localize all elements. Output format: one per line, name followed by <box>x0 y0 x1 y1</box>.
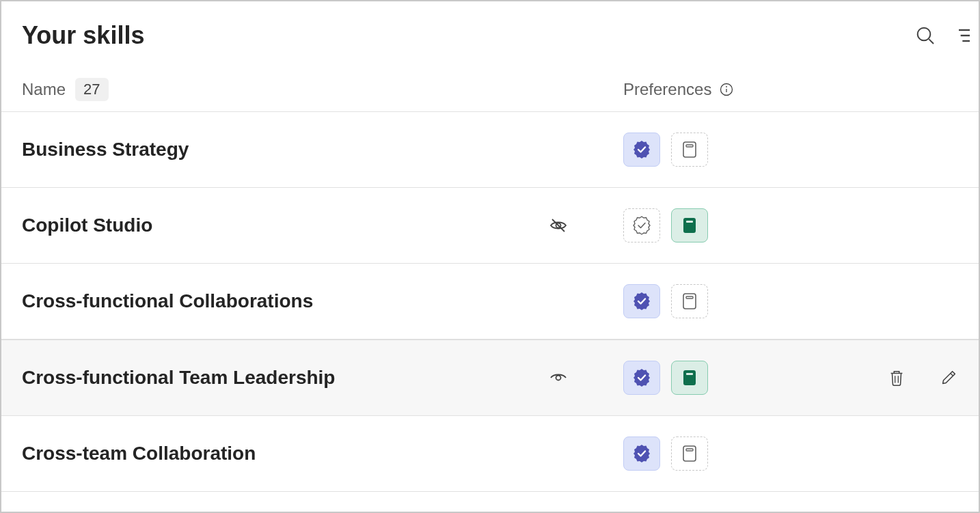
verified-seal-icon <box>631 368 652 388</box>
filter-button[interactable] <box>954 20 975 51</box>
skill-row[interactable]: Cross-functional Collaborations <box>1 264 979 339</box>
learn-preference[interactable] <box>671 208 708 242</box>
skills-list: Business StrategyCopilot StudioCross-fun… <box>1 112 979 492</box>
trash-icon <box>887 368 906 387</box>
header-actions <box>910 20 962 51</box>
eye-visible-icon[interactable] <box>548 368 569 388</box>
column-preferences-header[interactable]: Preferences <box>623 80 733 99</box>
visibility-cell <box>548 215 623 236</box>
skill-name: Cross-team Collaboration <box>22 443 256 464</box>
verified-preference[interactable] <box>623 284 660 318</box>
preferences-cell <box>623 436 708 471</box>
verified-seal-icon <box>631 443 652 464</box>
delete-button[interactable] <box>883 364 910 391</box>
preferences-cell <box>623 208 708 242</box>
skill-name-cell: Cross-functional Team Leadership <box>22 367 548 389</box>
preferences-cell <box>623 361 708 395</box>
skills-count-badge: 27 <box>75 78 108 101</box>
skill-name: Copilot Studio <box>22 214 152 236</box>
learn-preference[interactable] <box>671 436 708 471</box>
pencil-icon <box>939 368 958 387</box>
svg-point-0 <box>918 28 931 41</box>
svg-point-7 <box>726 86 728 87</box>
preferences-cell <box>623 284 708 318</box>
skill-name-cell: Cross-functional Collaborations <box>22 290 548 312</box>
column-name-header[interactable]: Name 27 <box>22 78 623 101</box>
verified-seal-icon <box>631 291 652 311</box>
skill-row[interactable]: Cross-team Collaboration <box>1 416 979 492</box>
column-preferences-label: Preferences <box>623 80 711 99</box>
visibility-cell <box>548 368 623 388</box>
row-actions <box>883 364 962 391</box>
skill-name: Cross-functional Team Leadership <box>22 367 335 388</box>
page-title: Your skills <box>22 21 144 50</box>
info-icon[interactable] <box>720 83 733 96</box>
filter-icon <box>958 25 970 46</box>
skill-name: Business Strategy <box>22 139 189 160</box>
edit-button[interactable] <box>935 364 962 391</box>
verified-seal-icon <box>631 215 652 236</box>
verified-preference[interactable] <box>623 361 660 395</box>
skill-row[interactable]: Business Strategy <box>1 112 979 188</box>
learn-preference[interactable] <box>671 284 708 318</box>
verified-preference[interactable] <box>623 133 660 167</box>
book-icon <box>679 368 700 388</box>
skill-name: Cross-functional Collaborations <box>22 290 313 311</box>
skill-name-cell: Cross-team Collaboration <box>22 443 548 465</box>
skill-row[interactable]: Cross-functional Team Leadership <box>1 339 979 416</box>
learn-preference[interactable] <box>671 361 708 395</box>
search-button[interactable] <box>910 20 940 51</box>
book-icon <box>679 291 700 311</box>
page-header: Your skills <box>1 1 979 57</box>
preferences-cell <box>623 133 708 167</box>
verified-preference[interactable] <box>623 436 660 471</box>
skill-name-cell: Copilot Studio <box>22 214 548 236</box>
book-icon <box>679 443 700 464</box>
skill-row[interactable]: Copilot Studio <box>1 188 979 264</box>
book-icon <box>679 215 700 236</box>
learn-preference[interactable] <box>671 133 708 167</box>
book-icon <box>679 139 700 160</box>
search-icon <box>914 25 936 46</box>
skill-name-cell: Business Strategy <box>22 139 548 161</box>
verified-seal-icon <box>631 139 652 160</box>
svg-line-1 <box>929 39 934 44</box>
column-name-label: Name <box>22 80 66 99</box>
columns-header: Name 27 Preferences <box>1 57 979 112</box>
eye-hidden-icon[interactable] <box>548 215 569 236</box>
verified-preference[interactable] <box>623 208 660 242</box>
